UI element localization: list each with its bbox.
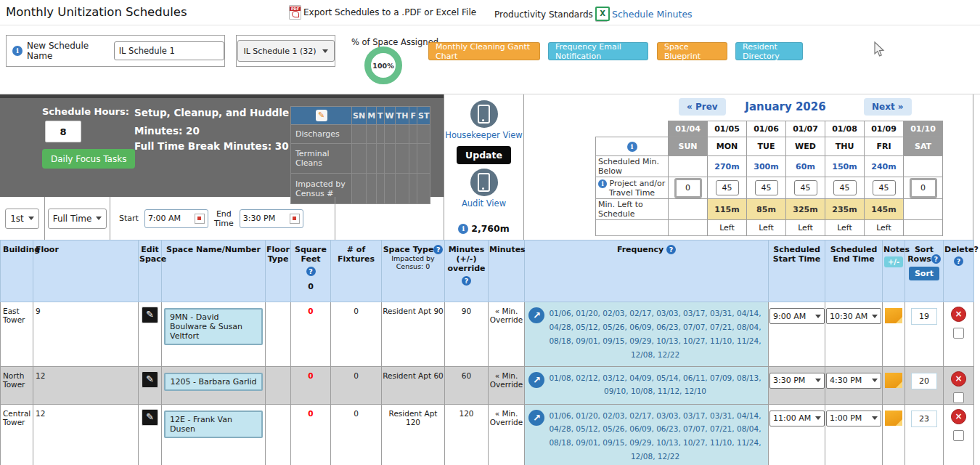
daily-focus-tasks-button[interactable]: Daily Focus Tasks: [42, 149, 135, 169]
start-time-select[interactable]: 9:00 AM: [769, 308, 825, 324]
help-icon[interactable]: [306, 267, 316, 276]
week-cell[interactable]: [367, 144, 377, 174]
end-time-select[interactable]: 4:30 PM: [826, 373, 881, 389]
sort-input[interactable]: 23: [911, 411, 937, 427]
next-week-button[interactable]: Next »: [864, 98, 912, 116]
frequency-dates[interactable]: 01/06, 01/20, 02/03, 02/17, 03/03, 03/17…: [549, 309, 761, 359]
project-minutes-input[interactable]: 45: [716, 180, 739, 195]
edit-space-icon[interactable]: [142, 307, 158, 323]
update-button[interactable]: Update: [457, 146, 511, 164]
frequency-arrow-icon[interactable]: [528, 307, 544, 323]
week-cell[interactable]: [395, 144, 409, 174]
calendar-icon[interactable]: [290, 214, 300, 224]
info-icon[interactable]: [627, 142, 637, 152]
schedule-hours-input[interactable]: 8: [45, 121, 81, 142]
project-minutes-input[interactable]: 45: [794, 180, 817, 195]
sort-button[interactable]: Sort: [909, 267, 939, 280]
help-icon[interactable]: [462, 276, 471, 286]
override-note-line2: Override: [490, 418, 523, 426]
help-icon[interactable]: [954, 256, 963, 266]
square-feet-cell: 0: [291, 404, 331, 465]
note-icon[interactable]: [885, 308, 902, 323]
min-left-cell: 145m: [865, 199, 904, 220]
start-time-select[interactable]: 11:00 AM: [769, 411, 825, 426]
edit-space-icon[interactable]: [142, 409, 158, 426]
shift-type-select[interactable]: Full Time: [48, 209, 107, 229]
week-cell[interactable]: [367, 125, 377, 144]
week-cell[interactable]: [384, 144, 395, 174]
frequency-dates[interactable]: 01/06, 01/20, 02/03, 02/17, 03/03, 03/17…: [549, 411, 761, 461]
delete-icon[interactable]: [951, 371, 966, 387]
week-cell[interactable]: [417, 125, 430, 144]
info-icon[interactable]: [598, 179, 607, 188]
week-cell[interactable]: [395, 125, 409, 144]
help-icon[interactable]: [931, 254, 941, 264]
week-cell[interactable]: [352, 144, 367, 174]
week-cell[interactable]: [352, 125, 367, 144]
sort-input[interactable]: 19: [911, 308, 937, 325]
frequency-arrow-icon[interactable]: [528, 410, 544, 426]
delete-icon[interactable]: [951, 409, 966, 424]
delete-icon[interactable]: [951, 307, 966, 322]
notes-plus-minus-button[interactable]: +/-: [884, 256, 903, 267]
export-link-label[interactable]: Export Schedules to a .PDF or Excel File: [303, 7, 476, 17]
end-time-select[interactable]: 10:30 AM: [826, 308, 881, 324]
frequency-arrow-icon[interactable]: [528, 372, 544, 388]
project-minutes-input[interactable]: 0: [910, 178, 937, 198]
sort-input[interactable]: 20: [911, 373, 937, 389]
override-note-line1: « Min.: [495, 371, 518, 380]
new-schedule-input[interactable]: IL Schedule 1: [114, 41, 224, 60]
monthly-cleaning-gantt-button[interactable]: Monthly Cleaning Gantt Chart: [428, 42, 540, 60]
phone-icon[interactable]: [470, 100, 498, 128]
table-row: North Tower 12 1205 - Barbara Garlid 0 0…: [1, 366, 974, 404]
edit-pencil-icon[interactable]: [316, 110, 327, 121]
delete-checkbox[interactable]: [953, 430, 964, 441]
project-minutes-input[interactable]: 45: [755, 180, 778, 195]
schedule-select[interactable]: IL Schedule 1 (32): [237, 40, 335, 62]
productivity-label[interactable]: Productivity Standards: [494, 9, 593, 20]
delete-checkbox[interactable]: [953, 328, 964, 339]
project-minutes-input[interactable]: 45: [873, 180, 896, 195]
export-schedules-link[interactable]: Export Schedules to a .PDF or Excel File: [289, 5, 476, 20]
scheduled-min-cell: [669, 156, 708, 177]
week-cell[interactable]: [377, 125, 385, 144]
productivity-standards-link[interactable]: Productivity Standards: [494, 7, 608, 22]
space-name-box[interactable]: 1205 - Barbara Garlid: [164, 373, 262, 391]
note-icon[interactable]: [885, 411, 902, 426]
resident-directory-button[interactable]: Resident Directory: [735, 42, 803, 60]
space-blueprint-button[interactable]: Space Blueprint: [657, 42, 727, 60]
start-time-select[interactable]: 3:30 PM: [769, 373, 825, 389]
project-minutes-input[interactable]: 45: [833, 180, 857, 195]
project-minutes-input[interactable]: 0: [674, 178, 702, 198]
schedule-minutes-link[interactable]: X Schedule Minutes: [595, 7, 693, 21]
edit-space-icon[interactable]: [142, 371, 158, 388]
frequency-email-button[interactable]: Frequency Email Notification: [548, 42, 648, 60]
audit-view-link[interactable]: Audit View: [462, 198, 506, 209]
help-icon[interactable]: [666, 245, 676, 254]
info-icon[interactable]: [458, 224, 468, 234]
frequency-dates[interactable]: 01/08, 02/12, 03/12, 04/09, 05/14, 06/11…: [549, 373, 761, 396]
housekeeper-view-link[interactable]: Housekeeper View: [445, 130, 523, 140]
phone-icon[interactable]: [470, 169, 498, 196]
space-name-box[interactable]: 12E - Frank Van Dusen: [164, 411, 263, 438]
info-icon[interactable]: [12, 46, 23, 56]
schedule-minutes-label[interactable]: Schedule Minutes: [612, 9, 693, 20]
week-cell[interactable]: [384, 125, 395, 144]
week-cell[interactable]: [417, 144, 430, 174]
week-cell[interactable]: [409, 144, 417, 174]
start-time-input[interactable]: 7:00 AM: [144, 209, 208, 228]
calendar-icon[interactable]: [195, 214, 205, 224]
week-cell[interactable]: [377, 144, 385, 174]
week-cell[interactable]: [409, 125, 417, 144]
note-icon[interactable]: [885, 373, 902, 388]
help-icon[interactable]: [433, 245, 443, 254]
end-time-input[interactable]: 3:30 PM: [240, 209, 303, 228]
delete-checkbox[interactable]: [953, 392, 964, 403]
excel-icon[interactable]: X: [595, 7, 610, 21]
start-line2: Start Time: [773, 254, 820, 264]
shift-ordinal-select[interactable]: 1st: [5, 209, 39, 229]
notes-cell: [883, 366, 905, 404]
end-time-select[interactable]: 1:00 PM: [826, 411, 881, 426]
pdf-icon[interactable]: [289, 5, 301, 20]
space-name-box[interactable]: 9MN - David Boulware & Susan Veltfort: [164, 308, 263, 345]
